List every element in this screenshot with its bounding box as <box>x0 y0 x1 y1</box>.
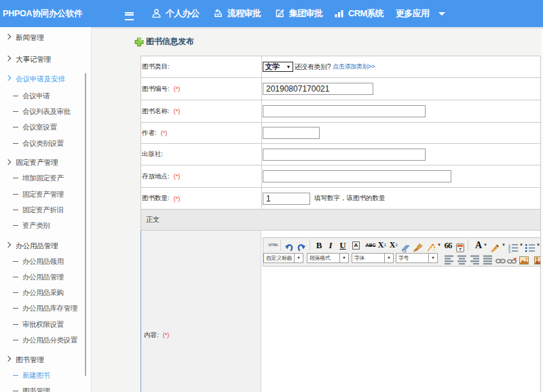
svg-text:3: 3 <box>508 250 510 254</box>
svg-text:T: T <box>459 248 462 252</box>
